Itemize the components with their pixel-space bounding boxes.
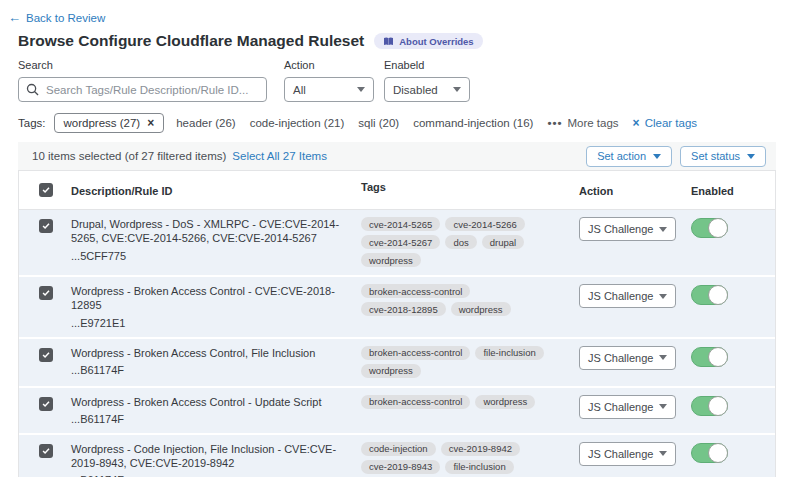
tag-pill: wordpress bbox=[451, 302, 511, 316]
search-label: Search bbox=[18, 59, 267, 71]
tag-pill: cve-2019-8943 bbox=[361, 460, 440, 474]
tag-pill: wordpress bbox=[361, 253, 421, 267]
page-title: Browse Configure Cloudflare Managed Rule… bbox=[18, 32, 364, 50]
tag-pill: code-injection bbox=[361, 442, 436, 456]
table-row: Drupal, Wordpress - DoS - XMLRPC - CVE:C… bbox=[19, 210, 775, 277]
toggle-knob bbox=[708, 218, 728, 238]
table-header-row: Description/Rule ID Tags Action Enabled bbox=[19, 171, 775, 210]
caret-down-icon bbox=[659, 355, 667, 360]
action-select-value: JS Challenge bbox=[588, 223, 653, 235]
tag-pill: cve-2014-5267 bbox=[361, 235, 440, 249]
row-checkbox[interactable] bbox=[39, 397, 53, 411]
rule-description: Wordpress - Broken Access Control, File … bbox=[71, 346, 342, 360]
tag-filter-option[interactable]: header (26) bbox=[176, 117, 235, 129]
table-row: Wordpress - Code Injection, File Inclusi… bbox=[19, 435, 775, 477]
caret-down-icon bbox=[659, 294, 667, 299]
action-select[interactable]: JS Challenge bbox=[579, 442, 676, 466]
action-select[interactable]: JS Challenge bbox=[579, 346, 676, 370]
selected-tag-label: wordpress (27) bbox=[64, 117, 141, 129]
selection-summary: 10 items selected (of 27 filtered items) bbox=[32, 150, 226, 162]
row-checkbox[interactable] bbox=[39, 444, 53, 458]
rule-id: ...5CFF775 bbox=[71, 250, 342, 262]
action-filter-select[interactable]: All bbox=[284, 77, 374, 102]
enabled-toggle[interactable] bbox=[691, 218, 728, 238]
rule-tags: cve-2014-5265cve-2014-5266cve-2014-5267d… bbox=[356, 210, 571, 275]
tag-pill: wordpress bbox=[475, 395, 535, 409]
caret-down-icon bbox=[357, 87, 365, 92]
rule-description: Wordpress - Code Injection, File Inclusi… bbox=[71, 442, 342, 471]
table-row: Wordpress - Broken Access Control, File … bbox=[19, 339, 775, 388]
row-checkbox[interactable] bbox=[39, 348, 53, 362]
tag-pill: broken-access-control bbox=[361, 395, 470, 409]
enabled-toggle[interactable] bbox=[691, 347, 728, 367]
tag-pill: drupal bbox=[482, 235, 524, 249]
clear-tags-button[interactable]: × Clear tags bbox=[633, 117, 697, 129]
table-row: Wordpress - Broken Access Control - Upda… bbox=[19, 388, 775, 435]
toggle-knob bbox=[708, 347, 728, 367]
more-tags-label: More tags bbox=[567, 117, 618, 129]
rule-tags: broken-access-controlcve-2018-12895wordp… bbox=[356, 277, 571, 337]
tag-pill: cve-2019-8942 bbox=[441, 442, 520, 456]
about-overrides-badge[interactable]: About Overrides bbox=[374, 33, 482, 49]
tag-pill: wordpress bbox=[361, 364, 421, 378]
rules-table-body: Drupal, Wordpress - DoS - XMLRPC - CVE:C… bbox=[19, 210, 775, 477]
row-checkbox[interactable] bbox=[39, 286, 53, 300]
enabled-filter-label: Enabeld bbox=[384, 59, 470, 71]
action-filter-label: Action bbox=[284, 59, 374, 71]
book-icon bbox=[383, 37, 394, 46]
enabled-toggle[interactable] bbox=[691, 285, 728, 305]
action-select[interactable]: JS Challenge bbox=[579, 284, 676, 308]
search-input[interactable] bbox=[18, 77, 267, 102]
tag-pill: file-inclusion bbox=[445, 460, 513, 474]
selected-tag-chip[interactable]: wordpress (27) × bbox=[54, 113, 165, 133]
rule-id: ...E9721E1 bbox=[71, 317, 342, 329]
rule-description: Drupal, Wordpress - DoS - XMLRPC - CVE:C… bbox=[71, 217, 342, 246]
remove-tag-icon[interactable]: × bbox=[147, 117, 154, 129]
caret-down-icon bbox=[747, 154, 755, 159]
rule-id: ...B61174F bbox=[71, 413, 342, 425]
rule-description: Wordpress - Broken Access Control - CVE:… bbox=[71, 284, 342, 313]
header-tags: Tags bbox=[361, 181, 386, 193]
caret-down-icon bbox=[659, 404, 667, 409]
rules-table: Description/Rule ID Tags Action Enabled … bbox=[18, 170, 776, 477]
action-select[interactable]: JS Challenge bbox=[579, 217, 676, 241]
set-status-label: Set status bbox=[691, 150, 740, 162]
search-icon bbox=[26, 83, 39, 96]
back-arrow-icon: ← bbox=[8, 11, 21, 24]
action-select-value: JS Challenge bbox=[588, 448, 653, 460]
toggle-knob bbox=[708, 285, 728, 305]
tag-pill: file-inclusion bbox=[475, 346, 543, 360]
selection-bar: 10 items selected (of 27 filtered items)… bbox=[18, 142, 776, 170]
tag-pill: broken-access-control bbox=[361, 284, 470, 298]
tag-filter-option[interactable]: sqli (20) bbox=[358, 117, 399, 129]
more-tags-button[interactable]: ••• More tags bbox=[547, 117, 618, 129]
enabled-toggle[interactable] bbox=[691, 443, 728, 463]
clear-tags-label: Clear tags bbox=[645, 117, 697, 129]
row-checkbox[interactable] bbox=[39, 219, 53, 233]
rule-tags: broken-access-controlfile-inclusionwordp… bbox=[356, 339, 571, 386]
caret-down-icon bbox=[659, 227, 667, 232]
action-select-value: JS Challenge bbox=[588, 290, 653, 302]
tag-filter-option[interactable]: command-injection (16) bbox=[413, 117, 533, 129]
page: ← Back to Review Browse Configure Cloudf… bbox=[0, 0, 794, 477]
about-overrides-label: About Overrides bbox=[399, 36, 473, 47]
back-link[interactable]: ← Back to Review bbox=[8, 11, 105, 24]
action-select[interactable]: JS Challenge bbox=[579, 395, 676, 419]
available-tags: header (26)code-injection (21)sqli (20)c… bbox=[176, 117, 547, 129]
action-select-value: JS Challenge bbox=[588, 401, 653, 413]
select-all-checkbox[interactable] bbox=[39, 183, 53, 197]
tag-filter-option[interactable]: code-injection (21) bbox=[250, 117, 345, 129]
enabled-toggle[interactable] bbox=[691, 396, 728, 416]
set-action-button[interactable]: Set action bbox=[586, 146, 672, 167]
enabled-filter-select[interactable]: Disabled bbox=[384, 77, 470, 102]
caret-down-icon bbox=[653, 154, 661, 159]
toggle-knob bbox=[708, 396, 728, 416]
rule-id: ...B61174F bbox=[71, 364, 342, 376]
set-status-button[interactable]: Set status bbox=[680, 146, 766, 167]
select-all-link[interactable]: Select All 27 Items bbox=[232, 150, 327, 162]
back-link-label: Back to Review bbox=[26, 12, 105, 24]
ellipsis-icon: ••• bbox=[547, 117, 562, 129]
clear-icon: × bbox=[633, 117, 640, 129]
tag-pill: cve-2014-5265 bbox=[361, 217, 440, 231]
tags-label: Tags: bbox=[18, 117, 46, 129]
